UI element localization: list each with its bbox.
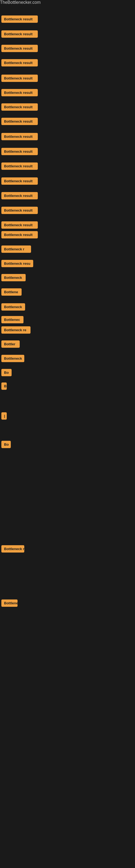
bottleneck-result-button[interactable]: Bottlenec bbox=[1, 599, 17, 607]
bottleneck-result-button[interactable]: Bottleneck result bbox=[1, 118, 38, 125]
bottleneck-result-button[interactable]: Bottlenec bbox=[1, 316, 24, 323]
bottleneck-result-button[interactable]: Bottleneck bbox=[1, 355, 24, 362]
bottleneck-result-button[interactable]: Bottleneck result bbox=[1, 192, 38, 199]
bottleneck-result-button[interactable]: Bottleneck result bbox=[1, 207, 38, 214]
bottleneck-result-button[interactable]: Bottleneck result bbox=[1, 45, 38, 52]
bottleneck-result-button[interactable]: Bottleneck result bbox=[1, 148, 38, 155]
bottleneck-result-button[interactable]: B bbox=[1, 382, 7, 390]
bottleneck-result-button[interactable]: Bottleneck re bbox=[1, 326, 31, 334]
bottleneck-result-button[interactable]: Bottleneck re bbox=[1, 545, 24, 553]
bottleneck-result-button[interactable]: Bottleneck bbox=[1, 274, 26, 281]
bottleneck-result-button[interactable]: Bottleneck result bbox=[1, 59, 38, 66]
bottleneck-result-button[interactable]: Bo bbox=[1, 369, 12, 376]
bottleneck-result-button[interactable]: Bottleneck result bbox=[1, 177, 38, 185]
bottleneck-result-button[interactable]: Bottleneck result bbox=[1, 221, 38, 229]
bottleneck-result-button[interactable]: Bottleneck resu bbox=[1, 260, 33, 267]
bottleneck-result-button[interactable]: Bottleneck result bbox=[1, 231, 38, 239]
bottleneck-result-button[interactable]: Bottleneck result bbox=[1, 30, 38, 38]
bottleneck-result-button[interactable]: Bottleneck result bbox=[1, 74, 38, 82]
bottleneck-result-button[interactable]: Bottleneck result bbox=[1, 162, 38, 170]
bottleneck-result-button[interactable]: Bottleneck result bbox=[1, 16, 38, 23]
bottleneck-result-button[interactable]: Bottleneck result bbox=[1, 89, 38, 96]
bottleneck-result-button[interactable]: | bbox=[1, 412, 7, 420]
bottleneck-result-button[interactable]: Bottler bbox=[1, 340, 20, 348]
bottleneck-result-button[interactable]: Bottleneck result bbox=[1, 133, 38, 140]
bottleneck-result-button[interactable]: Bottlene bbox=[1, 288, 21, 296]
site-title: TheBottlenecker.com bbox=[0, 0, 135, 5]
bottleneck-result-button[interactable]: Bottleneck r bbox=[1, 246, 31, 253]
bottleneck-result-button[interactable]: Bo bbox=[1, 441, 11, 448]
bottleneck-result-button[interactable]: Bottleneck result bbox=[1, 103, 38, 111]
bottleneck-result-button[interactable]: Bottleneck bbox=[1, 303, 25, 311]
